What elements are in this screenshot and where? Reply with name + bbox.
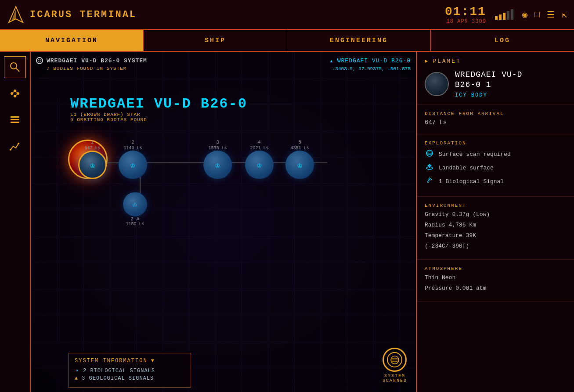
star-orbiting: 6 ORBITING BODIES FOUND <box>70 117 247 122</box>
planet-2-num: 2 <box>131 140 134 145</box>
waypoints-icon <box>9 87 21 100</box>
expand-icon[interactable]: ⇱ <box>562 9 567 20</box>
system-info-geo: ▲ 3 GEOLOGICAL SIGNALS <box>75 375 184 381</box>
map-header: WREDGAEI VU-D B26-0 SYSTEM 7 BODIES FOUN… <box>36 57 411 72</box>
header-right: 01:11 18 APR 3309 ◉ □ ☰ ⇱ <box>445 5 567 25</box>
svg-point-15 <box>18 143 19 144</box>
signal-bar-1 <box>495 16 498 20</box>
nav-tabs: NAVIGATION SHIP ENGINEERING LOG <box>0 30 574 52</box>
env-radius: Radius 4,786 Km <box>425 221 566 229</box>
planet-node-4[interactable]: 4 2021 Ls ♔ <box>245 140 274 179</box>
planet-2a-body[interactable]: ♔ <box>123 192 147 216</box>
env-temp-alt: (-234C/-390F) <box>425 242 566 250</box>
chat-icon[interactable]: □ <box>534 10 540 20</box>
signal-bar-2 <box>499 14 502 20</box>
date-display: 18 APR 3309 <box>445 18 486 25</box>
planet-3-dist: 1535 Ls <box>208 146 227 151</box>
planet-chevron-icon: ► <box>425 58 429 65</box>
sidebar-item-search[interactable] <box>4 56 26 78</box>
planet-4-num: 4 <box>258 140 261 145</box>
planet-1-body[interactable]: ♔ <box>78 151 107 179</box>
header-icons: ◉ □ ☰ ⇱ <box>522 9 567 20</box>
planet-4-body[interactable]: ♔ <box>245 151 274 179</box>
planet-node-2a[interactable]: ♔ 2 A 1150 Ls <box>123 192 147 227</box>
planet-node-2[interactable]: 2 1149 Ls ♔ <box>119 140 147 179</box>
panel-exploration-section: EXPLORATION Surface scan required <box>417 134 574 197</box>
time-area: 01:11 18 APR 3309 <box>445 5 486 25</box>
sidebar-item-chart[interactable] <box>4 135 26 157</box>
bio-icon: ⚬ <box>75 367 79 374</box>
search-icon <box>9 61 21 73</box>
planet-2-ship-icon: ♔ <box>130 160 135 170</box>
time-display: 01:11 <box>445 5 486 18</box>
scan-inner <box>387 352 402 367</box>
planet-section-title: ► PLANET <box>425 58 566 65</box>
planet-2a-ship-icon: ♔ <box>133 200 137 209</box>
panel-distance-section: DISTANCE FROM ARRIVAL 647 Ls <box>417 105 574 134</box>
bio-signal-icon <box>425 176 434 187</box>
system-info-top: WREDGAEI VU-D B26-0 SYSTEM 7 BODIES FOUN… <box>36 57 147 71</box>
exploration-item-land: Landable surface <box>425 163 566 173</box>
current-body-header: ▴ WREDGAEI VU-D B26-0 -3403.5, 97.59375,… <box>329 57 411 72</box>
env-gravity: Gravity 0.37g (Low) <box>425 211 566 219</box>
planet-node-5[interactable]: 5 4351 Ls ♔ <box>285 140 314 179</box>
atmosphere-label: ATMOSPHERE <box>425 266 566 271</box>
planet-info: WREDGAEI VU-D B26-0 1 ICY BODY <box>455 70 522 98</box>
current-body-text: WREDGAEI VU-D B26-0 <box>337 58 411 64</box>
atmo-pressure: Pressure 0.001 atm <box>425 284 566 292</box>
bio-signals-text: 2 BIOLOGICAL SIGNALS <box>83 368 155 374</box>
signal-bar-4 <box>507 11 509 20</box>
icarus-logo-icon <box>7 6 25 23</box>
sidebar-item-list[interactable] <box>4 109 26 131</box>
system-info-title-text: SYSTEM INFORMATION <box>75 358 148 364</box>
svg-point-14 <box>10 149 11 151</box>
right-panel: ► PLANET WREDGAEI VU-D B26-0 1 ICY BODY … <box>416 52 574 392</box>
tab-navigation[interactable]: NAVIGATION <box>0 30 144 51</box>
nav-pin-icon: ▴ <box>329 57 333 65</box>
planet-2-dist: 1149 Ls <box>123 146 142 151</box>
planet-3-body[interactable]: ♔ <box>203 151 232 179</box>
planet-thumbnail <box>425 72 449 96</box>
main-area: WREDGAEI VU-D B26-0 SYSTEM 7 BODIES FOUN… <box>0 52 574 392</box>
system-icon <box>36 57 43 64</box>
planet-1-dist: 647 Ls <box>84 146 100 151</box>
target-icon[interactable]: ◉ <box>522 9 527 20</box>
svg-point-2 <box>11 63 17 69</box>
planet-5-dist: 4351 Ls <box>290 146 309 151</box>
map-area: WREDGAEI VU-D B26-0 SYSTEM 7 BODIES FOUN… <box>31 52 416 392</box>
svg-rect-11 <box>11 116 19 118</box>
tab-log[interactable]: LOG <box>431 30 574 51</box>
svg-line-8 <box>12 91 15 94</box>
sidebar <box>0 52 31 392</box>
list-icon <box>9 114 21 126</box>
planet-2-body[interactable]: ♔ <box>119 151 147 179</box>
exploration-item-bio: 1 Biological Signal <box>425 176 566 187</box>
planet-node-1[interactable]: 1 647 Ls ♔ <box>78 140 107 179</box>
env-temp: Temperature 39K <box>425 232 566 240</box>
planet-5-ship-icon: ♔ <box>297 160 302 170</box>
system-info-title[interactable]: SYSTEM INFORMATION ▼ <box>75 358 184 364</box>
sidebar-item-waypoints[interactable] <box>4 83 26 104</box>
app-title: ICARUS TERMINAL <box>30 9 137 20</box>
settings-icon[interactable]: ☰ <box>547 9 555 20</box>
planet-1-num: 1 <box>91 140 94 145</box>
svg-rect-13 <box>11 122 19 123</box>
planet-node-3[interactable]: 3 1535 Ls ♔ <box>203 140 232 179</box>
planet-name-line2: B26-0 1 <box>455 80 491 89</box>
system-info-bio: ⚬ 2 BIOLOGICAL SIGNALS <box>75 367 184 374</box>
planet-2a-dist: 1150 Ls <box>126 222 144 227</box>
signal-bars <box>495 9 513 20</box>
signal-bar-3 <box>503 13 505 20</box>
planet-4-dist: 2021 Ls <box>250 146 268 151</box>
landable-text: Landable surface <box>439 165 494 171</box>
system-name-header: WREDGAEI VU-D B26-0 SYSTEM <box>36 57 147 64</box>
scan-circle <box>383 348 407 372</box>
tab-ship[interactable]: SHIP <box>144 30 287 51</box>
svg-line-3 <box>16 68 19 72</box>
scan-label: SYSTEM SYSTEM SCANNED SCANNED <box>383 374 407 383</box>
tab-engineering[interactable]: ENGINEERING <box>287 30 431 51</box>
planet-5-body[interactable]: ♔ <box>285 151 314 179</box>
coordinates: -3403.5, 97.59375, -501.875 <box>332 66 411 72</box>
planet-5-num: 5 <box>298 140 301 145</box>
planet-1-ship-icon: ♔ <box>90 160 95 170</box>
